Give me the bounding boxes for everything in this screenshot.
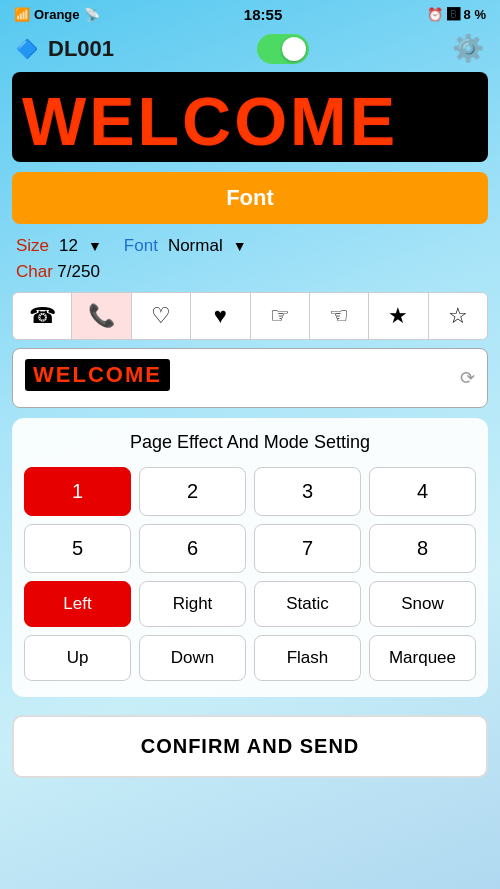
top-bar-left: 🔷 DL001 bbox=[16, 36, 114, 62]
effect-btn-left[interactable]: Left bbox=[24, 581, 131, 627]
emoji-cell-0[interactable]: ☎ bbox=[13, 293, 72, 339]
char-label: Char bbox=[16, 262, 53, 281]
device-toggle[interactable] bbox=[257, 34, 309, 64]
emoji-cell-7[interactable]: ☆ bbox=[429, 293, 487, 339]
refresh-icon[interactable]: ⟳ bbox=[460, 367, 475, 389]
led-canvas: WELCOME bbox=[12, 73, 488, 161]
size-label: Size bbox=[16, 236, 49, 256]
toggle-knob bbox=[282, 37, 306, 61]
bluetooth-icon-status: 🅱 bbox=[447, 7, 460, 22]
text-input-value: WELCOME bbox=[25, 359, 170, 391]
effect-btn-marquee[interactable]: Marquee bbox=[369, 635, 476, 681]
effect-btn-1[interactable]: 1 bbox=[24, 467, 131, 516]
char-value: 7/250 bbox=[57, 262, 100, 281]
status-bar: 📶 Orange 📡 18:55 ⏰ 🅱 8 % bbox=[0, 0, 500, 27]
emoji-cell-2[interactable]: ♡ bbox=[132, 293, 191, 339]
char-row: Char 7/250 bbox=[0, 260, 500, 288]
font-dropdown[interactable]: ▼ bbox=[233, 238, 247, 254]
effect-grid: 12345678LeftRightStaticSnowUpDownFlashMa… bbox=[24, 467, 476, 681]
status-right: ⏰ 🅱 8 % bbox=[427, 7, 486, 22]
effect-btn-static[interactable]: Static bbox=[254, 581, 361, 627]
effect-btn-7[interactable]: 7 bbox=[254, 524, 361, 573]
top-bar: 🔷 DL001 ⚙️ bbox=[0, 27, 500, 72]
emoji-cell-4[interactable]: ☞ bbox=[251, 293, 310, 339]
effect-btn-2[interactable]: 2 bbox=[139, 467, 246, 516]
emoji-cell-5[interactable]: ☜ bbox=[310, 293, 369, 339]
emoji-cell-3[interactable]: ♥ bbox=[191, 293, 250, 339]
effect-btn-4[interactable]: 4 bbox=[369, 467, 476, 516]
text-input-wrap[interactable]: WELCOME ⟳ bbox=[12, 348, 488, 408]
emoji-row: ☎📞♡♥☞☜★☆ bbox=[12, 292, 488, 340]
confirm-send-button[interactable]: CONFIRM AND SEND bbox=[12, 715, 488, 778]
status-time: 18:55 bbox=[244, 6, 282, 23]
device-name: DL001 bbox=[48, 36, 114, 62]
effect-btn-8[interactable]: 8 bbox=[369, 524, 476, 573]
effect-btn-right[interactable]: Right bbox=[139, 581, 246, 627]
effect-title: Page Effect And Mode Setting bbox=[24, 432, 476, 453]
size-value: 12 bbox=[59, 236, 78, 256]
status-left: 📶 Orange 📡 bbox=[14, 7, 100, 22]
led-display: WELCOME bbox=[12, 72, 488, 162]
effect-btn-5[interactable]: 5 bbox=[24, 524, 131, 573]
carrier-icon: 📶 bbox=[14, 7, 30, 22]
carrier-name: Orange bbox=[34, 7, 80, 22]
font-label: Font bbox=[124, 236, 158, 256]
font-button[interactable]: Font bbox=[12, 172, 488, 224]
effect-btn-down[interactable]: Down bbox=[139, 635, 246, 681]
size-font-row: Size 12 ▼ Font Normal ▼ bbox=[0, 232, 500, 260]
font-value: Normal bbox=[168, 236, 223, 256]
emoji-cell-1[interactable]: 📞 bbox=[72, 293, 131, 339]
effect-btn-up[interactable]: Up bbox=[24, 635, 131, 681]
effect-panel: Page Effect And Mode Setting 12345678Lef… bbox=[12, 418, 488, 697]
alarm-icon: ⏰ bbox=[427, 7, 443, 22]
emoji-cell-6[interactable]: ★ bbox=[369, 293, 428, 339]
effect-btn-6[interactable]: 6 bbox=[139, 524, 246, 573]
settings-icon[interactable]: ⚙️ bbox=[452, 33, 484, 64]
effect-btn-3[interactable]: 3 bbox=[254, 467, 361, 516]
bluetooth-device-icon: 🔷 bbox=[16, 38, 38, 60]
size-dropdown[interactable]: ▼ bbox=[88, 238, 102, 254]
battery-text: 8 % bbox=[464, 7, 486, 22]
wifi-icon: 📡 bbox=[84, 7, 100, 22]
svg-text:WELCOME: WELCOME bbox=[22, 83, 398, 159]
effect-btn-snow[interactable]: Snow bbox=[369, 581, 476, 627]
effect-btn-flash[interactable]: Flash bbox=[254, 635, 361, 681]
